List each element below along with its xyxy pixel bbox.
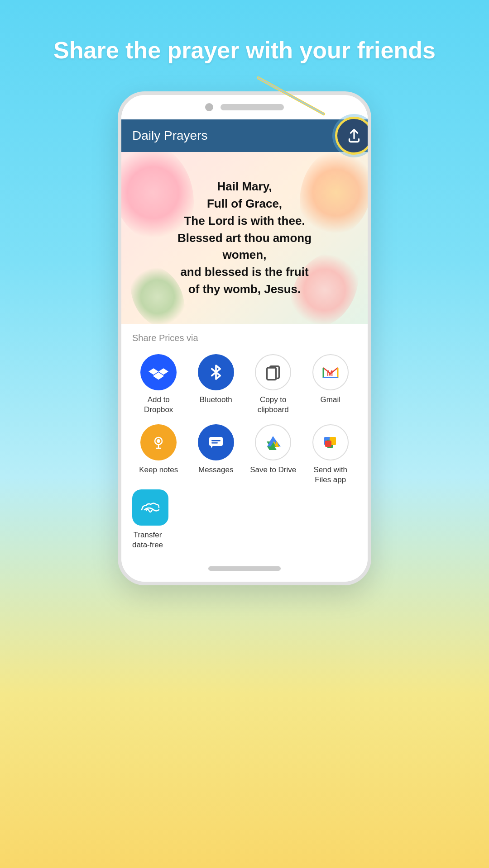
phone-frame: Daily Prayers Hail Mary,Fu — [118, 91, 371, 585]
phone-camera — [205, 103, 213, 111]
prayer-text: Hail Mary,Full of Grace,The Lord is with… — [164, 169, 325, 307]
svg-rect-3 — [267, 368, 276, 380]
page-headline: Share the prayer with your friends — [26, 36, 463, 64]
prayer-image: Hail Mary,Full of Grace,The Lord is with… — [121, 152, 368, 324]
gmail-icon: M — [312, 354, 349, 390]
share-item-transfer[interactable]: Transferdata-free — [132, 489, 357, 550]
dropbox-icon — [140, 354, 177, 390]
share-item-gmail[interactable]: M Gmail — [304, 354, 357, 415]
drive-icon — [255, 424, 291, 460]
share-grid: Add toDropbox Bluetooth — [132, 354, 357, 484]
share-item-keep[interactable]: Keep notes — [132, 424, 185, 485]
phone-home-indicator — [208, 566, 281, 571]
messages-icon — [198, 424, 234, 460]
svg-rect-15 — [325, 441, 331, 447]
transfer-icon — [132, 489, 168, 526]
keep-label: Keep notes — [139, 465, 178, 475]
phone-mockup: Daily Prayers Hail Mary,Fu — [118, 91, 371, 585]
bluetooth-icon — [198, 354, 234, 390]
svg-rect-11 — [211, 442, 218, 444]
share-icon — [346, 128, 362, 144]
phone-bottom-bar — [121, 559, 368, 582]
arrow-pointer — [254, 73, 335, 128]
share-section: Share Prices via Add toDropbox — [121, 324, 368, 559]
share-item-dropbox[interactable]: Add toDropbox — [132, 354, 185, 415]
share-button[interactable] — [335, 117, 371, 155]
clipboard-label: Copy toclipboard — [258, 395, 289, 415]
clipboard-icon — [255, 354, 291, 390]
bluetooth-label: Bluetooth — [200, 395, 232, 405]
gmail-label: Gmail — [321, 395, 340, 405]
svg-rect-9 — [209, 437, 223, 446]
share-item-files[interactable]: Send withFiles app — [304, 424, 357, 485]
svg-text:M: M — [327, 370, 333, 377]
transfer-label: Transferdata-free — [132, 530, 163, 550]
share-label: Share Prices via — [132, 333, 357, 343]
files-label: Send withFiles app — [313, 465, 347, 485]
share-item-drive[interactable]: Save to Drive — [247, 424, 300, 485]
share-item-bluetooth[interactable]: Bluetooth — [190, 354, 243, 415]
svg-line-1 — [258, 78, 324, 114]
svg-rect-10 — [211, 440, 221, 441]
share-item-messages[interactable]: Messages — [190, 424, 243, 485]
svg-point-6 — [157, 439, 160, 443]
app-title: Daily Prayers — [132, 128, 207, 143]
dropbox-label: Add toDropbox — [144, 395, 173, 415]
messages-label: Messages — [198, 465, 233, 475]
drive-label: Save to Drive — [250, 465, 296, 475]
share-item-clipboard[interactable]: Copy toclipboard — [247, 354, 300, 415]
keep-icon — [140, 424, 177, 460]
files-icon — [312, 424, 349, 460]
app-screen: Daily Prayers Hail Mary,Fu — [121, 119, 368, 559]
